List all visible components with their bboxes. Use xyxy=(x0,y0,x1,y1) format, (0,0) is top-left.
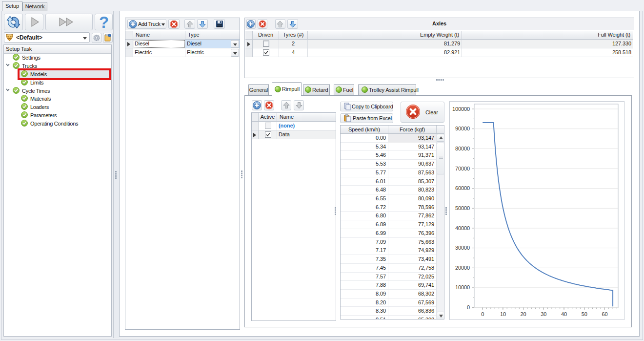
svg-text:10000: 10000 xyxy=(455,284,470,290)
svg-text:0: 0 xyxy=(467,304,470,310)
svg-text:20000: 20000 xyxy=(455,265,470,271)
svg-text:30000: 30000 xyxy=(455,245,470,251)
svg-text:40000: 40000 xyxy=(455,225,470,231)
svg-text:50000: 50000 xyxy=(455,205,470,211)
svg-text:100000: 100000 xyxy=(452,106,470,112)
svg-text:20: 20 xyxy=(521,311,526,317)
svg-text:60: 60 xyxy=(602,311,607,317)
svg-text:30: 30 xyxy=(541,311,546,317)
svg-text:0: 0 xyxy=(481,311,484,317)
svg-text:90000: 90000 xyxy=(455,126,470,131)
svg-text:80000: 80000 xyxy=(455,146,470,151)
svg-text:50: 50 xyxy=(582,311,587,317)
svg-text:40: 40 xyxy=(561,311,567,317)
svg-text:10: 10 xyxy=(500,311,506,317)
svg-text:60000: 60000 xyxy=(455,185,470,191)
svg-text:70000: 70000 xyxy=(455,166,470,171)
